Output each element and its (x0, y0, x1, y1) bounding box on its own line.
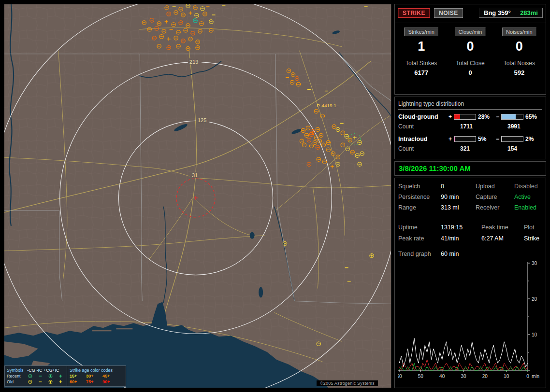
legend-symbol-rows: RecentOld (7, 373, 65, 385)
total-close-label: Total Close (446, 60, 494, 67)
bearing-display: Bng 359° 283mi (479, 8, 543, 18)
close-counter-column: Close/min 0 Total Close 0 (446, 27, 494, 76)
age-code-label: 15+ (70, 374, 82, 378)
capture-label: Capture (476, 194, 514, 200)
datetime-panel: 3/8/2026 11:30:00 AM (394, 161, 546, 176)
age-code-label: 60+ (70, 379, 82, 384)
svg-text:20: 20 (482, 374, 488, 379)
upload-label: Upload (476, 183, 514, 190)
cg-count-label: Count (398, 123, 449, 130)
legend-row-label: Recent (7, 374, 23, 378)
uptime-label: Uptime (398, 224, 441, 231)
peak-time-label: Peak time (481, 224, 524, 231)
total-strikes-label: Total Strikes (397, 60, 446, 67)
distribution-title: Lightning type distribution (398, 100, 542, 110)
cg-negative-pct: 65% (525, 113, 537, 120)
plus-sign: + (449, 136, 452, 142)
age-code-label: 90+ (102, 379, 115, 384)
persistence-value: 90 min (441, 194, 476, 200)
bearing-distance: 283mi (520, 9, 538, 16)
range-label: Range (398, 204, 441, 211)
legend-age-header: Strike age color codes (70, 367, 123, 373)
strikes-per-min-value: 1 (397, 39, 446, 54)
trend-window-value: 60 min (441, 251, 542, 257)
plot-label: Plot (524, 224, 542, 231)
total-close-value: 0 (446, 69, 494, 76)
persistence-label: Persistence (398, 194, 441, 200)
legend-m-icon (37, 374, 43, 378)
trend-series-cg-strikes (399, 360, 528, 370)
cg-positive-bar-cell: + 28% (449, 113, 496, 120)
ic-negative-bar-cell: − 2% (496, 136, 543, 142)
status-panel: Squelch 0 Upload Disabled Persistence 90… (394, 178, 546, 388)
cg-negative-bar-cell: − 65% (496, 113, 543, 120)
receiver-value: Enabled (514, 204, 542, 211)
strikes-counter-column: Strikes/min 1 Total Strikes 6177 (397, 27, 446, 76)
svg-text:10: 10 (504, 374, 509, 379)
legend-symbol-row: Recent (7, 373, 65, 379)
legend-symbols-title: Symbols (7, 368, 24, 373)
squelch-label: Squelch (398, 183, 441, 190)
noise-indicator-button[interactable]: NOISE (434, 8, 463, 18)
cloud-ground-label: Cloud-ground (398, 113, 449, 120)
age-code-label: 75+ (86, 379, 99, 384)
peak-rate-value: 41/min (441, 235, 481, 242)
status-grid-2: Uptime 1319:15 Peak time Plot Peak rate … (398, 224, 542, 242)
ic-positive-pct: 5% (478, 136, 486, 142)
legend-cp-icon (47, 374, 54, 378)
legend-age-section: Strike age color codes 15+30+45+60+75+90… (67, 366, 126, 386)
cg-positive-bar (454, 114, 476, 120)
map-canvas[interactable]: 219 125 31 P-4419 1- Symbols -CG-IC+CG+I… (4, 4, 391, 388)
app-window: 219 125 31 P-4419 1- Symbols -CG-IC+CG+I… (0, 0, 550, 392)
rate-counters: Strikes/min 1 Total Strikes 6177 Close/m… (395, 23, 546, 76)
svg-text:30: 30 (532, 261, 537, 266)
age-code-label: 30+ (86, 374, 99, 378)
legend-m-icon (37, 379, 43, 384)
noises-per-min-value: 0 (495, 39, 544, 54)
strikes-per-min-button[interactable]: Strikes/min (404, 28, 438, 36)
legend-col-header: -IC (35, 368, 43, 373)
ring-label-125: 125 (198, 117, 206, 123)
cg-positive-count: 1711 (449, 123, 496, 130)
ic-negative-pct: 2% (525, 136, 534, 142)
upload-value: Disabled (514, 183, 542, 190)
counters-panel: STRIKE NOISE Bng 359° 283mi Strikes/min … (394, 4, 546, 95)
plus-sign: + (449, 113, 452, 120)
range-value: 313 mi (441, 204, 476, 211)
minus-sign: − (496, 113, 499, 120)
receiver-label: Receiver (476, 204, 514, 211)
squelch-value: 0 (441, 183, 476, 190)
age-code-label: 45+ (102, 374, 115, 378)
svg-text:60: 60 (398, 374, 402, 379)
trend-series-total-strikes (399, 338, 528, 366)
ic-negative-bar (501, 136, 523, 142)
svg-text:50: 50 (418, 374, 424, 379)
ic-count-label: Count (398, 145, 449, 152)
intracloud-label: Intracloud (398, 136, 449, 142)
station-label: P-4419 1- (317, 103, 338, 108)
uptime-value: 1319:15 (441, 224, 481, 231)
status-grid-1: Squelch 0 Upload Disabled Persistence 90… (398, 183, 542, 211)
peak-rate-label: Peak rate (398, 235, 441, 242)
copyright-text: ©2005 Astrogenic Systems (317, 380, 378, 386)
legend-cm-icon (27, 379, 33, 384)
svg-text:10: 10 (532, 332, 537, 337)
legend-age-title: Strike age color codes (70, 368, 113, 373)
map-legend: Symbols -CG-IC+CG+IC RecentOld Strike ag… (4, 365, 126, 387)
close-per-min-button[interactable]: Close/min (455, 28, 486, 36)
legend-age-rows: 15+30+45+60+75+90+ (70, 373, 123, 385)
indicator-row: STRIKE NOISE Bng 359° 283mi (395, 4, 546, 21)
noises-counter-column: Noises/min 0 Total Noises 592 (495, 27, 544, 76)
minus-sign: − (496, 136, 499, 142)
legend-p-icon (58, 374, 64, 378)
bearing-label: Bng 359° (484, 9, 511, 16)
legend-cp-icon (47, 379, 54, 384)
legend-symbol-columns: -CG-IC+CG+IC (27, 368, 60, 373)
legend-age-row: 60+75+90+ (70, 379, 123, 385)
legend-row-label: Old (7, 379, 23, 384)
total-strikes-value: 6177 (397, 69, 446, 76)
legend-p-icon (58, 379, 64, 384)
noises-per-min-button[interactable]: Noises/min (502, 28, 536, 36)
cg-negative-count: 3991 (496, 123, 543, 130)
strike-indicator-button[interactable]: STRIKE (398, 8, 430, 18)
